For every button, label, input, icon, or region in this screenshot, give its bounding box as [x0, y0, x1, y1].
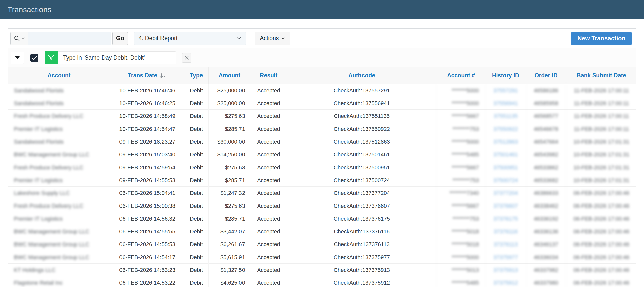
column-header-result[interactable]: Result [251, 67, 287, 84]
cell-authcode: CheckAuth:137376175 [287, 212, 437, 225]
report-settings-expand-button[interactable] [11, 52, 24, 64]
cell-trans-date: 10-FEB-2026 16:46:46 [110, 84, 184, 97]
cell-history-id-link-redacted[interactable]: 37376113 [485, 238, 526, 251]
new-transaction-button[interactable]: New Transaction [571, 32, 632, 45]
table-row[interactable]: BWC Management Group LLC 06-FEB-2026 14:… [8, 238, 636, 251]
cell-trans-date: 06-FEB-2026 14:55:53 [110, 238, 184, 251]
cell-trans-date: 06-FEB-2026 15:04:41 [110, 187, 184, 199]
cell-authcode: CheckAuth:137501461 [287, 148, 437, 161]
table-row[interactable]: Lakeshore Supply LLC 06-FEB-2026 15:04:4… [8, 187, 636, 199]
cell-type: Debit [184, 97, 208, 110]
actions-menu-label: Actions [260, 35, 279, 42]
cell-history-id-link-redacted[interactable]: 37375912 [485, 276, 526, 287]
cell-type: Debit [184, 122, 208, 135]
cell-history-id-link-redacted[interactable]: 37512863 [485, 135, 526, 148]
cell-authcode: CheckAuth:137375977 [287, 251, 437, 264]
cell-history-id-link-redacted[interactable]: 37500951 [485, 161, 526, 174]
active-filter-chip[interactable]: Type in 'Same-Day Debit, Debit' [45, 51, 176, 64]
table-row[interactable]: BWC Management Group LLC 06-FEB-2026 14:… [8, 251, 636, 264]
search-column-selector-button[interactable] [10, 32, 28, 45]
table-row[interactable]: Sandalwood Florists 09-FEB-2026 18:23:27… [8, 135, 636, 148]
cell-account-number-redacted: *******5018 [437, 225, 485, 238]
column-header-bank-submit-date[interactable]: Bank Submit Date [566, 67, 636, 84]
column-header-account[interactable]: Account [8, 67, 110, 84]
saved-report-select[interactable]: 4. Debit Report [134, 32, 246, 45]
cell-account-redacted: Lakeshore Supply LLC [8, 187, 110, 199]
cell-amount: $25,000.00 [208, 84, 251, 97]
page-header: Transactions [0, 0, 644, 19]
column-header-history-id[interactable]: History ID [485, 67, 526, 84]
cell-type: Debit [184, 238, 208, 251]
column-header-authcode[interactable]: Authcode [287, 67, 437, 84]
table-row[interactable]: BWC Management Group LLC 06-FEB-2026 14:… [8, 225, 636, 238]
chevron-down-icon [237, 37, 241, 40]
remove-filter-button[interactable] [182, 53, 191, 63]
table-row[interactable]: Flagstone Retail Inc 06-FEB-2026 14:53:2… [8, 276, 636, 287]
table-row[interactable]: Sandalwood Florists 10-FEB-2026 16:46:46… [8, 84, 636, 97]
cell-history-id-link-redacted[interactable]: 37375977 [485, 251, 526, 264]
table-row[interactable]: Fresh Produce Delivery LLC 06-FEB-2026 1… [8, 199, 636, 212]
cell-order-id-redacted: 46547664 [526, 135, 566, 148]
cell-authcode: CheckAuth:137550922 [287, 122, 437, 135]
active-filter-label[interactable]: Type in 'Same-Day Debit, Debit' [58, 51, 176, 64]
cell-history-id-link-redacted[interactable]: 37557291 [485, 84, 526, 97]
cell-trans-date: 06-FEB-2026 14:54:17 [110, 251, 184, 264]
cell-result: Accepted [251, 212, 287, 225]
cell-trans-date: 06-FEB-2026 14:55:55 [110, 225, 184, 238]
cell-bank-submit-date-redacted: 06-FEB-2026 17:00:46 [566, 225, 636, 238]
column-header-account-number[interactable]: Account # [437, 67, 485, 84]
cell-history-id-link-redacted[interactable]: 37501461 [485, 148, 526, 161]
cell-history-id-link-redacted[interactable]: 37550922 [485, 122, 526, 135]
cell-order-id-redacted: 46346137 [526, 238, 566, 251]
cell-history-id-link-redacted[interactable]: 37376175 [485, 212, 526, 225]
table-row[interactable]: Fresh Produce Delivery LLC 10-FEB-2026 1… [8, 110, 636, 122]
table-row[interactable]: BWC Management Group LLC 09-FEB-2026 15:… [8, 148, 636, 161]
cell-result: Accepted [251, 187, 287, 199]
cell-bank-submit-date-redacted: 11-FEB-2026 17:00:11 [566, 122, 636, 135]
search-input[interactable] [28, 32, 111, 45]
column-header-type[interactable]: Type [184, 67, 208, 84]
cell-history-id-link-redacted[interactable]: 37551135 [485, 110, 526, 122]
cell-account-number-redacted: ********753 [437, 212, 485, 225]
table-row[interactable]: Premier IT Logistics 06-FEB-2026 14:56:3… [8, 212, 636, 225]
cell-history-id-link-redacted[interactable]: 37500724 [485, 174, 526, 187]
cell-history-id-link-redacted[interactable]: 37556941 [485, 97, 526, 110]
column-header-order-id[interactable]: Order ID [526, 67, 566, 84]
cell-bank-submit-date-redacted: 06-FEB-2026 17:00:46 [566, 264, 636, 276]
cell-account-redacted: Premier IT Logistics [8, 122, 110, 135]
cell-result: Accepted [251, 238, 287, 251]
cell-trans-date: 06-FEB-2026 14:53:23 [110, 264, 184, 276]
table-row[interactable]: Premier IT Logistics 09-FEB-2026 14:55:5… [8, 174, 636, 187]
cell-amount: $3,442.07 [208, 225, 251, 238]
cell-result: Accepted [251, 161, 287, 174]
cell-account-redacted: BWC Management Group LLC [8, 148, 110, 161]
cell-result: Accepted [251, 148, 287, 161]
cell-history-id-link-redacted[interactable]: 37376607 [485, 199, 526, 212]
table-row[interactable]: Premier IT Logistics 10-FEB-2026 14:54:4… [8, 122, 636, 135]
cell-history-id-link-redacted[interactable]: 37377204 [485, 187, 526, 199]
cell-order-id-redacted: 46568577 [526, 110, 566, 122]
cell-bank-submit-date-redacted: 06-FEB-2026 17:00:46 [566, 212, 636, 225]
cell-bank-submit-date-redacted: 10-FEB-2026 17:01:31 [566, 135, 636, 148]
go-button[interactable]: Go [112, 32, 128, 45]
cell-history-id-link-redacted[interactable]: 37376116 [485, 225, 526, 238]
column-header-amount[interactable]: Amount [208, 67, 251, 84]
cell-result: Accepted [251, 84, 287, 97]
cell-type: Debit [184, 212, 208, 225]
table-row[interactable]: Fresh Produce Delivery LLC 09-FEB-2026 1… [8, 161, 636, 174]
cell-type: Debit [184, 84, 208, 97]
cell-amount: $285.71 [208, 122, 251, 135]
cell-bank-submit-date-redacted: 11-FEB-2026 17:00:11 [566, 84, 636, 97]
cell-trans-date: 09-FEB-2026 14:59:54 [110, 161, 184, 174]
cell-order-id-redacted: 46543982 [526, 148, 566, 161]
actions-menu-button[interactable]: Actions [255, 32, 290, 45]
filter-enabled-checkbox[interactable] [30, 54, 38, 62]
cell-bank-submit-date-redacted: 10-FEB-2026 17:01:31 [566, 148, 636, 161]
cell-account-number-redacted: *******5013 [437, 264, 485, 276]
cell-account-number-redacted: *******5018 [437, 238, 485, 251]
column-header-trans-date[interactable]: Trans Date [110, 67, 184, 84]
table-row[interactable]: KT Holdings LLC 06-FEB-2026 14:53:23 Deb… [8, 264, 636, 276]
table-row[interactable]: Sandalwood Florists 10-FEB-2026 16:46:25… [8, 97, 636, 110]
cell-type: Debit [184, 225, 208, 238]
cell-history-id-link-redacted[interactable]: 37375913 [485, 264, 526, 276]
